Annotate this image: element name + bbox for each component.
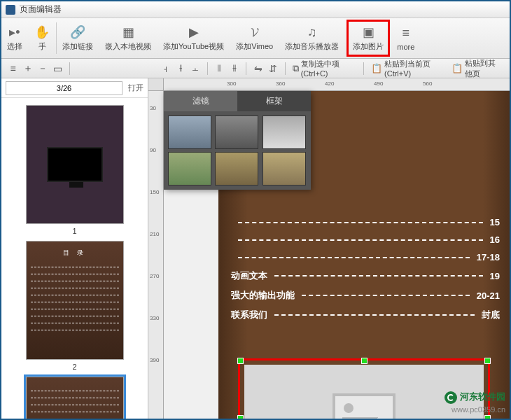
video-icon: ▦: [122, 24, 134, 40]
ruler-horizontal: 300 360 420 490 560: [164, 78, 510, 91]
filter-thumb[interactable]: [262, 115, 306, 149]
distribute-v-icon[interactable]: ⫵: [228, 62, 240, 76]
more-icon: ≡: [402, 26, 410, 41]
format-toolbar: ≡ ＋ － ▭ ⫞ ⫲ ⫠ ⫴ ⫵ ⇋ ⇵ ⧉复制选中项(Ctrl+C) 📋粘贴…: [1, 59, 510, 78]
add-link-button[interactable]: 🔗添加链接: [57, 18, 99, 58]
resize-handle[interactable]: [361, 358, 368, 364]
embed-local-video-button[interactable]: ▦嵌入本地视频: [99, 18, 158, 58]
resize-handle[interactable]: [237, 415, 244, 419]
paste-current-button[interactable]: 📋粘贴到当前页(Ctrl+V): [371, 59, 446, 78]
page-number-input[interactable]: [6, 81, 122, 95]
remove-icon[interactable]: －: [37, 62, 49, 76]
flip-v-icon[interactable]: ⇵: [267, 62, 279, 76]
toc-row[interactable]: 动画文本19: [231, 270, 500, 282]
toc-row[interactable]: 强大的输出功能20-21: [231, 289, 500, 302]
hand-icon: ✋: [34, 24, 50, 40]
ruler-corner: [148, 78, 164, 91]
paste-icon: 📋: [451, 63, 463, 74]
placeholder-image-icon: [332, 393, 396, 419]
align-left-icon[interactable]: ⫞: [160, 62, 172, 76]
tab-filter[interactable]: 滤镜: [164, 91, 237, 111]
toc-row[interactable]: 16: [231, 234, 500, 245]
link-icon: 🔗: [70, 24, 85, 40]
more-button[interactable]: ≡more: [391, 18, 421, 58]
toc-row[interactable]: 15: [231, 217, 500, 227]
flip-h-icon[interactable]: ⇋: [252, 62, 264, 76]
watermark-logo-icon: [444, 391, 457, 404]
youtube-icon: ▶: [189, 24, 199, 40]
page-thumb-2[interactable]: 目 录 2: [8, 241, 141, 371]
filter-thumb[interactable]: [215, 152, 258, 186]
filter-thumb[interactable]: [168, 115, 211, 149]
paste-icon: 📋: [371, 63, 382, 74]
filter-thumb[interactable]: [215, 115, 258, 149]
thumbnail-list[interactable]: 1 目 录 2: [1, 98, 148, 419]
hand-tool[interactable]: ✋手: [29, 18, 56, 58]
add-youtube-button[interactable]: ▶添加YouTube视频: [158, 18, 230, 58]
resize-handle[interactable]: [484, 358, 491, 364]
app-icon: [6, 5, 15, 15]
main-toolbar: ▸•选择 ✋手 🔗添加链接 ▦嵌入本地视频 ▶添加YouTube视频 𝓥添加Vi…: [1, 18, 510, 59]
toc-row[interactable]: 17-18: [231, 252, 500, 262]
resize-handle[interactable]: [237, 358, 244, 364]
filter-thumb[interactable]: [262, 152, 306, 186]
ruler-vertical: 30 90 150 210 270 330 390: [148, 91, 164, 419]
vimeo-icon: 𝓥: [251, 24, 258, 40]
distribute-h-icon[interactable]: ⫴: [214, 62, 225, 76]
canvas[interactable]: 300 360 420 490 560 30 90 150 210 270 33…: [148, 78, 510, 419]
music-icon: ♫: [307, 24, 317, 40]
image-icon: ▣: [363, 24, 374, 40]
add-vimeo-button[interactable]: 𝓥添加Vimeo: [230, 18, 279, 58]
cursor-icon: ▸•: [9, 24, 20, 40]
page-thumb-1[interactable]: 1: [8, 105, 141, 235]
tab-frame[interactable]: 框架: [237, 91, 311, 111]
add-icon[interactable]: ＋: [22, 62, 34, 76]
filter-panel: 滤镜 框架: [164, 91, 311, 190]
window-title: 页面编辑器: [20, 4, 62, 15]
watermark: 河东软件园 www.pc0359.cn: [444, 391, 505, 414]
align-right-icon[interactable]: ⫠: [190, 62, 202, 76]
select-tool[interactable]: ▸•选择: [1, 18, 29, 58]
copy-icon: ⧉: [293, 63, 299, 74]
titlebar: 页面编辑器: [1, 1, 510, 18]
add-music-button[interactable]: ♫添加音乐播放器: [279, 18, 345, 58]
pages-sidebar: 打开 1 目 录 2: [1, 78, 148, 419]
paste-other-button[interactable]: 📋粘贴到其他页: [451, 58, 503, 79]
list-icon[interactable]: ≡: [7, 62, 19, 76]
open-button[interactable]: 打开: [128, 83, 144, 93]
toc-row[interactable]: 联系我们封底: [231, 309, 500, 321]
add-image-button[interactable]: ▣添加图片: [346, 20, 390, 57]
filter-thumb[interactable]: [168, 152, 211, 186]
resize-handle[interactable]: [484, 415, 491, 419]
align-center-icon[interactable]: ⫲: [174, 62, 186, 76]
blank-icon[interactable]: ▭: [52, 62, 64, 76]
page-thumb-3[interactable]: [8, 377, 141, 419]
copy-selection-button[interactable]: ⧉复制选中项(Ctrl+C): [293, 59, 356, 78]
